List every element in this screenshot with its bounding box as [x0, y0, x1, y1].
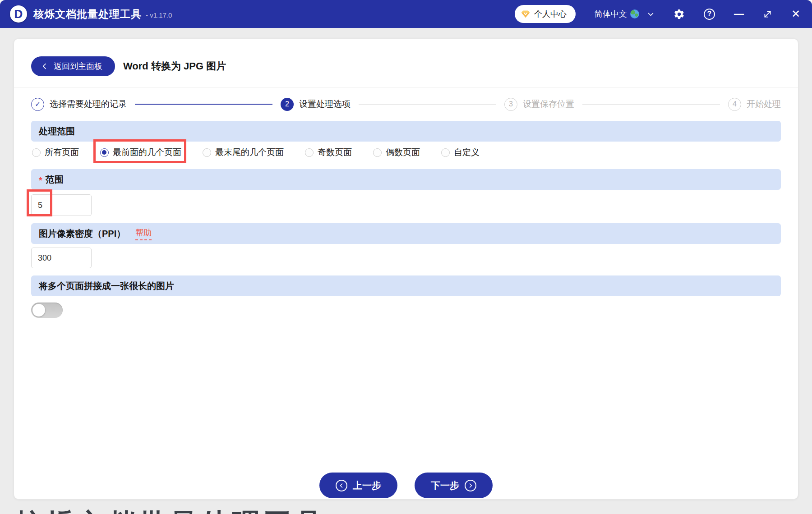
background-window-clipped-title: 核烁文档批量处理工具 [14, 509, 326, 514]
app-window: D 核烁文档批量处理工具 - v1.17.0 个人中心 简体中文 [0, 0, 812, 514]
ppi-input-wrap [31, 248, 92, 268]
page-body: 返回到主面板 Word 转换为 JPG 图片 ✓ 选择需要处理的记录 2 设置处… [0, 28, 812, 514]
maximize-icon[interactable] [763, 9, 772, 19]
radio-label: 最前面的几个页面 [113, 147, 181, 158]
radio-option-first-pages[interactable]: 最前面的几个页面 [100, 147, 181, 158]
language-label: 简体中文 [595, 9, 627, 19]
radio-option-all-pages[interactable]: 所有页面 [32, 147, 79, 158]
settings-gear-icon[interactable] [674, 9, 685, 20]
radio-icon [203, 148, 211, 157]
radio-icon [441, 148, 450, 157]
radio-label: 奇数页面 [318, 147, 352, 158]
range-count-input-wrap [31, 194, 92, 216]
close-icon[interactable]: ✕ [791, 9, 800, 19]
step-number: 2 [281, 98, 294, 111]
process-range-section-header: 处理范围 [31, 121, 781, 142]
app-version: - v1.17.0 [146, 11, 172, 19]
step-label: 设置处理选项 [299, 98, 351, 110]
toggle-knob [32, 304, 45, 317]
help-icon[interactable]: ? [704, 9, 715, 20]
user-center-button[interactable]: 个人中心 [515, 5, 576, 23]
chevron-left-icon [41, 63, 48, 70]
wizard-footer: 上一步 下一步 [319, 473, 493, 498]
page-title: Word 转换为 JPG 图片 [123, 60, 226, 73]
section-title: 处理范围 [39, 125, 75, 138]
range-count-input[interactable] [31, 194, 92, 216]
radio-icon [305, 148, 314, 157]
stitch-toggle-off[interactable] [31, 303, 63, 318]
ppi-section-header: 图片像素密度（PPI） 帮助 [31, 223, 781, 244]
step-1-select-records: ✓ 选择需要处理的记录 [31, 98, 127, 111]
step-2-set-options: 2 设置处理选项 [281, 98, 351, 111]
header-divider [14, 87, 798, 87]
circle-arrow-left-icon [336, 480, 347, 491]
radio-option-last-pages[interactable]: 最末尾的几个页面 [203, 147, 284, 158]
radio-option-custom[interactable]: 自定义 [441, 147, 480, 158]
radio-option-odd-pages[interactable]: 奇数页面 [305, 147, 352, 158]
step-label: 设置保存位置 [523, 98, 574, 110]
language-selector[interactable]: 简体中文 [595, 9, 655, 19]
globe-icon [630, 9, 639, 18]
step-connector [135, 104, 272, 105]
page-range-radio-group: 所有页面 最前面的几个页面 最末尾的几个页面 奇数页面 [31, 142, 781, 162]
check-icon: ✓ [31, 98, 44, 111]
section-title: 图片像素密度（PPI） [39, 228, 125, 240]
radio-option-even-pages[interactable]: 偶数页面 [373, 147, 420, 158]
app-logo: D [10, 5, 27, 23]
section-title: 将多个页面拼接成一张很长的图片 [39, 280, 174, 292]
options-content: 处理范围 所有页面 最前面的几个页面 最末尾的几个页面 [14, 121, 798, 318]
app-title: 核烁文档批量处理工具 [33, 7, 142, 21]
titlebar: D 核烁文档批量处理工具 - v1.17.0 个人中心 简体中文 [0, 0, 812, 28]
back-to-dashboard-button[interactable]: 返回到主面板 [31, 56, 115, 76]
step-label: 选择需要处理的记录 [50, 98, 127, 110]
ppi-help-link[interactable]: 帮助 [135, 227, 152, 240]
stitch-section-header: 将多个页面拼接成一张很长的图片 [31, 275, 781, 296]
radio-label: 所有页面 [45, 147, 79, 158]
step-number: 3 [504, 98, 517, 111]
ppi-input[interactable] [31, 248, 92, 268]
gem-icon [521, 9, 531, 19]
user-center-label: 个人中心 [534, 9, 567, 19]
step-connector [359, 104, 496, 105]
section-title: 范围 [46, 174, 64, 186]
radio-icon [373, 148, 382, 157]
radio-icon [32, 148, 41, 157]
radio-label: 最末尾的几个页面 [215, 147, 284, 158]
step-label: 开始处理 [747, 98, 781, 110]
next-step-label: 下一步 [431, 479, 459, 492]
main-card: 返回到主面板 Word 转换为 JPG 图片 ✓ 选择需要处理的记录 2 设置处… [14, 38, 798, 500]
minimize-icon[interactable]: — [734, 9, 744, 19]
required-asterisk: * [39, 175, 42, 186]
step-connector [582, 104, 720, 105]
step-3-save-location: 3 设置保存位置 [504, 98, 574, 111]
titlebar-left: D 核烁文档批量处理工具 - v1.17.0 [10, 5, 172, 23]
step-number: 4 [728, 98, 741, 111]
previous-step-button[interactable]: 上一步 [319, 473, 397, 498]
chevron-down-icon [647, 10, 655, 18]
radio-icon-selected [100, 148, 109, 157]
radio-label: 偶数页面 [386, 147, 420, 158]
step-4-start-processing: 4 开始处理 [728, 98, 781, 111]
range-section-header: * 范围 [31, 169, 781, 190]
circle-arrow-right-icon [465, 480, 476, 491]
next-step-button[interactable]: 下一步 [415, 473, 493, 498]
step-indicator: ✓ 选择需要处理的记录 2 设置处理选项 3 设置保存位置 4 开始处理 [31, 95, 781, 114]
back-button-label: 返回到主面板 [54, 61, 102, 72]
radio-label: 自定义 [454, 147, 480, 158]
previous-step-label: 上一步 [353, 479, 381, 492]
card-header: 返回到主面板 Word 转换为 JPG 图片 [14, 39, 798, 87]
titlebar-right: 个人中心 简体中文 ? — [515, 5, 800, 23]
